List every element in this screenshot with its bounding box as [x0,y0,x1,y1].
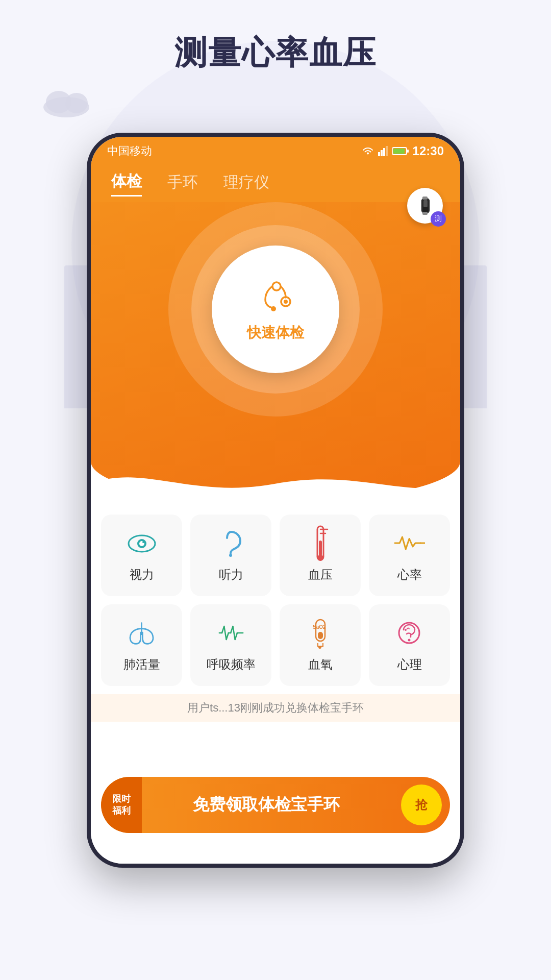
banner-grab-button[interactable]: 抢 [401,785,442,825]
sao2-label: 血氧 [308,656,333,673]
banner-btn-label: 抢 [415,797,428,813]
breath-icon [216,618,246,648]
tab-bar: 体检 手环 理疗仪 [91,165,460,202]
vision-label: 视力 [130,567,154,583]
svg-point-25 [317,555,323,561]
quick-exam-label: 快速体检 [247,323,304,342]
svg-point-16 [284,300,288,304]
breath-label: 呼吸频率 [207,656,256,673]
wristband-circle: 测 [407,188,443,224]
svg-rect-38 [318,632,323,639]
bp-label: 血压 [308,567,333,583]
psych-icon [394,618,425,648]
banner-main-text: 免费领取体检宝手环 [132,794,401,816]
lung-label: 肺活量 [123,656,160,673]
hr-label: 心率 [397,567,422,583]
grid-item-heart-rate[interactable]: 心率 [369,514,450,596]
signal-icon [378,146,388,156]
phone-inner: 中国移动 [91,137,460,864]
circle-outer: 快速体检 [168,202,383,416]
svg-rect-6 [386,146,388,156]
lung-icon [127,618,157,648]
bp-icon [305,528,336,558]
notification-text: 用户ts...13刚刚成功兑换体检宝手环 [187,700,364,716]
svg-point-40 [318,646,321,649]
grid-item-breath[interactable]: 呼吸频率 [190,604,271,686]
circle-middle: 快速体检 [191,225,360,394]
tab-liaoyi[interactable]: 理疗仪 [223,172,269,196]
svg-rect-12 [422,197,428,200]
hearing-label: 听力 [219,567,243,583]
wristband-badge: 测 [431,211,446,227]
hr-icon [394,528,425,558]
svg-point-43 [408,639,411,642]
page-title: 测量心率血压 [0,31,551,75]
carrier-text: 中国移动 [107,143,152,159]
status-bar: 中国移动 [91,137,460,165]
svg-point-17 [271,306,276,311]
main-circle-container: 快速体检 [168,202,383,416]
svg-line-34 [233,626,235,640]
vision-icon [127,528,157,558]
psych-label: 心理 [397,656,422,673]
svg-point-42 [405,629,407,631]
svg-rect-4 [381,150,383,156]
bottom-banner[interactable]: 限时 福利 免费领取体检宝手环 抢 [101,777,450,833]
svg-rect-13 [422,212,428,215]
grid-item-lung[interactable]: 肺活量 [101,604,182,686]
banner-tag-text: 限时 福利 [112,793,131,817]
svg-rect-3 [378,152,380,156]
grid-item-blood-pressure[interactable]: 血压 [280,514,361,596]
svg-line-35 [235,633,237,640]
svg-point-21 [142,541,144,543]
svg-point-14 [272,282,281,290]
tab-shuhuan[interactable]: 手环 [167,172,198,196]
svg-point-22 [229,554,232,557]
svg-rect-11 [423,200,428,207]
svg-point-2 [65,93,88,113]
svg-rect-8 [393,149,405,154]
sao2-icon: SaO2 [305,618,336,648]
stethoscope-icon [255,276,296,317]
battery-icon [392,146,409,156]
wave-divider [91,463,460,504]
status-icons: 12:30 [362,144,444,158]
phone-frame: 中国移动 [87,133,464,868]
cloud-icon [41,87,102,117]
wifi-icon [362,146,374,156]
status-time: 12:30 [413,144,444,158]
notification-bar: 用户ts...13刚刚成功兑换体检宝手环 [91,694,460,722]
svg-rect-9 [407,150,409,153]
tab-tijian[interactable]: 体检 [111,171,142,197]
wristband-button[interactable]: 测 [407,188,448,229]
svg-text:SaO2: SaO2 [313,624,326,630]
svg-line-30 [224,626,226,640]
svg-line-31 [226,633,228,640]
svg-rect-5 [383,148,385,156]
quick-exam-button[interactable]: 快速体检 [212,246,339,373]
grid-row-2: 肺活量 [101,604,450,686]
grid-item-hearing[interactable]: 听力 [190,514,271,596]
grid-item-vision[interactable]: 视力 [101,514,182,596]
grid-item-psychology[interactable]: 心理 [369,604,450,686]
grid-row-1: 视力 听力 [101,514,450,596]
svg-rect-24 [319,541,322,556]
hearing-icon [216,528,246,558]
grid-item-blood-oxygen[interactable]: SaO2 血氧 [280,604,361,686]
